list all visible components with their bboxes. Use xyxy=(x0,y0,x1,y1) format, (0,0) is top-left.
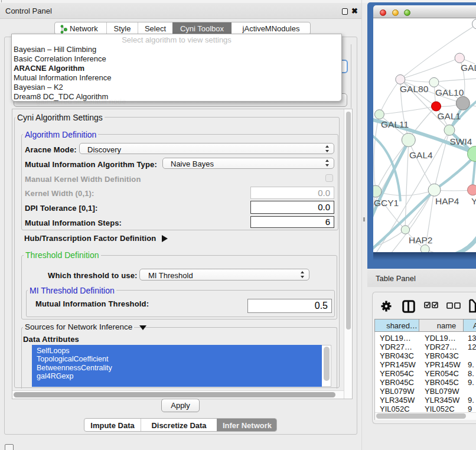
svg-text:GCY1: GCY1 xyxy=(374,198,399,208)
svg-text:GAL80: GAL80 xyxy=(400,84,429,94)
svg-text:HAP2: HAP2 xyxy=(409,235,433,245)
svg-text:GAL7: GAL7 xyxy=(461,63,476,73)
svg-text:Y: Y xyxy=(471,196,476,206)
svg-text:GAL4: GAL4 xyxy=(409,150,433,160)
svg-text:HAP4: HAP4 xyxy=(435,196,459,206)
svg-text:GAL10: GAL10 xyxy=(435,87,464,97)
svg-text:GAL11: GAL11 xyxy=(381,119,409,129)
svg-text:SWI4: SWI4 xyxy=(450,136,472,146)
svg-text:GAL1: GAL1 xyxy=(438,111,461,121)
